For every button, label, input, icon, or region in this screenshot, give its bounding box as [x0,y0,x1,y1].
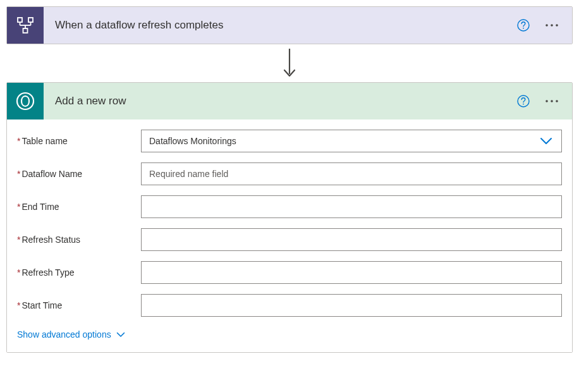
refresh-status-input[interactable] [141,228,562,251]
svg-rect-0 [18,18,22,22]
field-label: * End Time [17,202,141,212]
svg-rect-1 [28,18,33,22]
svg-point-9 [545,24,548,27]
required-mark: * [17,235,20,245]
required-mark: * [17,202,20,212]
required-mark: * [17,136,20,146]
more-icon[interactable] [544,18,559,33]
svg-point-13 [17,93,34,109]
field-row-end-time: * End Time [17,195,562,218]
field-label: * Start Time [17,300,141,310]
action-body: * Table name Dataflows Monitorings * Dat… [7,119,572,352]
field-row-refresh-type: * Refresh Type [17,261,562,284]
refresh-type-input[interactable] [141,261,562,284]
flow-connector [6,44,573,82]
table-name-select[interactable]: Dataflows Monitorings [141,130,562,152]
action-card: Add a new row * Table nam [6,82,573,353]
action-icon [7,83,44,119]
action-header-actions [516,94,559,109]
start-time-input[interactable] [141,294,562,317]
trigger-title: When a dataflow refresh completes [44,19,516,32]
svg-point-8 [523,28,524,29]
trigger-header-actions [516,18,559,33]
trigger-icon [7,7,44,44]
svg-point-18 [556,100,558,102]
field-label: * Table name [17,136,141,146]
svg-point-15 [523,104,524,105]
required-mark: * [17,169,20,179]
show-advanced-options-link[interactable]: Show advanced options [17,327,562,340]
more-icon[interactable] [544,94,559,109]
svg-rect-2 [23,28,28,33]
field-label: * Refresh Type [17,267,141,278]
required-mark: * [17,267,20,278]
chevron-down-icon [540,137,552,145]
trigger-card: When a dataflow refresh completes [6,6,573,44]
svg-point-17 [551,100,553,102]
action-header[interactable]: Add a new row [7,83,572,119]
arrow-down-icon [282,47,297,79]
trigger-header[interactable]: When a dataflow refresh completes [7,7,572,44]
help-icon[interactable] [516,94,530,108]
select-value: Dataflows Monitorings [149,136,236,146]
svg-point-10 [551,24,553,27]
svg-point-11 [556,24,558,27]
help-icon[interactable] [516,18,530,32]
field-row-refresh-status: * Refresh Status [17,228,562,251]
field-row-start-time: * Start Time [17,294,562,317]
required-mark: * [17,300,20,310]
chevron-down-icon [116,332,125,338]
action-title: Add a new row [44,95,516,107]
end-time-input[interactable] [141,195,562,218]
svg-point-16 [545,100,548,102]
field-row-table-name: * Table name Dataflows Monitorings [17,130,562,152]
field-label: * Dataflow Name [17,169,141,179]
field-label: * Refresh Status [17,235,141,245]
field-row-dataflow-name: * Dataflow Name [17,162,562,185]
dataflow-name-input[interactable] [141,162,562,185]
